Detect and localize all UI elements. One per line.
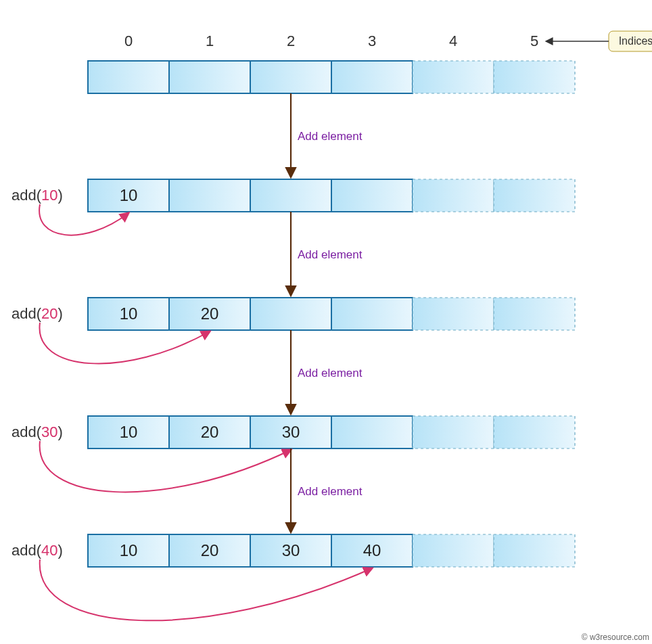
- credit-label: © w3resource.com: [582, 632, 649, 642]
- cell-value: 10: [120, 541, 138, 559]
- cell-value: 20: [201, 423, 219, 441]
- array-cell: [250, 61, 331, 93]
- index-label: 3: [368, 32, 376, 49]
- array-cell: [331, 179, 413, 212]
- index-label: 4: [449, 32, 457, 49]
- index-label: 5: [530, 32, 538, 49]
- index-label: 1: [206, 32, 214, 49]
- indices-tag-label: Indices: [619, 35, 652, 47]
- add-element-label: Add element: [298, 485, 363, 498]
- add-call-label: add(30): [11, 423, 63, 440]
- array-cell-capacity: [494, 534, 575, 567]
- arraylist-add-diagram: 012345Indices10add(10)Add element1020add…: [0, 0, 652, 644]
- array-cell-capacity: [494, 61, 575, 93]
- array-cell-capacity: [494, 298, 575, 330]
- add-call-label: add(20): [11, 305, 63, 322]
- array-cell-capacity: [413, 534, 494, 567]
- array-cell-capacity: [494, 179, 575, 212]
- array-cell-capacity: [413, 61, 494, 93]
- add-element-label: Add element: [298, 367, 363, 380]
- array-cell: [331, 416, 413, 448]
- add-call-label: add(10): [11, 187, 63, 204]
- cell-value: 30: [282, 541, 300, 559]
- array-cell: [169, 61, 250, 93]
- array-cell-capacity: [413, 179, 494, 212]
- index-label: 0: [124, 32, 133, 49]
- array-cell: [169, 179, 250, 212]
- cell-value: 30: [282, 423, 300, 441]
- cell-value: 10: [120, 186, 138, 204]
- cell-value: 20: [201, 541, 219, 559]
- add-element-label: Add element: [298, 130, 363, 143]
- cell-value: 40: [363, 541, 381, 559]
- cell-value: 10: [120, 304, 138, 323]
- cell-value: 10: [120, 423, 138, 441]
- cell-value: 20: [201, 304, 219, 323]
- index-label: 2: [287, 32, 295, 49]
- add-element-label: Add element: [298, 248, 363, 261]
- array-cell: [250, 298, 331, 330]
- array-cell: [88, 61, 169, 93]
- array-cell: [250, 179, 331, 212]
- array-cell-capacity: [413, 298, 494, 330]
- add-arrow: [40, 559, 372, 620]
- array-cell-capacity: [413, 416, 494, 448]
- array-cell: [331, 61, 413, 93]
- array-cell-capacity: [494, 416, 575, 448]
- array-cell: [331, 298, 413, 330]
- add-call-label: add(40): [11, 542, 63, 559]
